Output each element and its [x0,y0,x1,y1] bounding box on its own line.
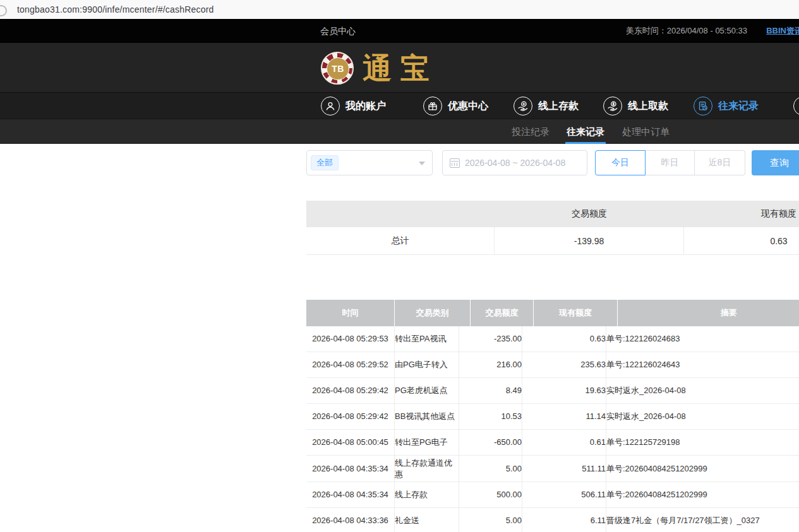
row-4-time: 2026-04-08 05:29:42 [306,404,395,429]
main-nav: 我的账户优惠中心线上存款线上取款往来记录 [0,92,799,119]
nav-item-3[interactable]: 线上存款 [514,93,579,119]
table-row: 2026-04-08 05:29:42BB视讯其他返点10.5311.14实时返… [306,404,799,430]
top-bar: 会员中心 美东时间：2026/04/08 - 05:50:33 BBIN资讯 [0,19,799,43]
eastern-time-label: 美东时间： [626,26,667,35]
content-area: 全部 2026-04-08 ~ 2026-04-08 今日昨日近8日 查询 交易… [306,144,799,532]
row-6-time: 2026-04-08 04:35:34 [306,456,395,482]
chevron-down-icon [419,162,425,165]
row-5-time: 2026-04-08 05:00:45 [306,430,395,455]
member-center-link[interactable]: 会员中心 [320,19,356,43]
row-1-time: 2026-04-08 05:29:53 [306,326,395,352]
brand-bar: TB 通宝 [0,43,799,92]
browser-url-bar[interactable]: tongbao31.com:9900/infe/mcenter/#/cashRe… [0,0,799,20]
row-8-balance: 6.11 [522,508,606,532]
row-3-type: PG老虎机返点 [395,378,459,403]
records-header-row: 时间交易类别交易额度现有额度摘要 [306,300,799,326]
nav-item-4[interactable]: 线上取款 [603,93,668,119]
row-7-balance: 506.11 [522,482,606,507]
url-text: tongbao31.com:9900/infe/mcenter/#/cashRe… [17,4,214,15]
table-row: 2026-04-08 04:33:36礼金送5.006.11晋级逢7礼金（每月7… [306,508,799,532]
summary-header-amount: 交易额度 [495,201,684,227]
summary-total-label: 总计 [306,227,495,254]
summary-header-balance: 现有额度 [684,201,799,227]
logo-text: 通宝 [363,53,438,83]
summary-total-row: 总计 -139.98 0.63 [306,227,799,255]
row-1-note: 单号:122126024683 [606,326,799,352]
row-8-note: 晋级逢7礼金（每月7/17/27领工资）_0327 [606,508,799,532]
nav-item-label: 优惠中心 [448,100,488,113]
row-1-amount: -235.00 [459,326,522,352]
withdraw-icon [603,97,622,115]
nav-item-label: 线上存款 [538,100,579,113]
calendar-icon [450,158,460,168]
next-nav-partial-icon [793,97,799,115]
nav-item-1[interactable]: 我的账户 [321,93,386,119]
filter-row: 全部 2026-04-08 ~ 2026-04-08 今日昨日近8日 查询 [306,150,799,175]
summary-header-row: 交易额度 现有额度 [306,201,799,227]
eastern-time: 美东时间：2026/04/08 - 05:50:33 [626,19,747,43]
browser-page-icon [0,5,7,16]
type-select-tag[interactable]: 全部 [311,155,339,170]
records-header-3: 交易额度 [471,300,534,326]
poker-chip-icon: TB [321,52,354,85]
records-header-2: 交易类别 [395,300,471,326]
records-header-1: 时间 [306,300,395,326]
nav-item-label: 我的账户 [345,100,386,113]
row-3-balance: 19.63 [522,378,606,403]
row-3-amount: 8.49 [459,378,522,403]
row-6-balance: 511.11 [522,456,606,482]
row-7-amount: 500.00 [459,482,522,507]
quick-range-button-1[interactable]: 今日 [595,150,646,175]
subnav-item-3[interactable]: 处理中订单 [622,119,670,144]
search-button[interactable]: 查询 [752,150,799,175]
summary-table: 交易额度 现有额度 总计 -139.98 0.63 [306,201,799,255]
page: tongbao31.com:9900/infe/mcenter/#/cashRe… [0,0,799,532]
records-header-5: 摘要 [618,300,799,326]
quick-range-button-2[interactable]: 昨日 [646,150,695,175]
table-row: 2026-04-08 05:00:45转出至PG电子-650.000.61单号:… [306,430,799,456]
deposit-icon [514,97,532,115]
row-1-balance: 0.63 [522,326,606,352]
nav-item-label: 往来记录 [718,100,759,113]
date-range-value: 2026-04-08 ~ 2026-04-08 [465,158,565,168]
row-7-type: 线上存款 [395,482,459,507]
nav-item-2[interactable]: 优惠中心 [423,93,488,119]
row-5-note: 单号:122125729198 [606,430,799,455]
records-table: 时间交易类别交易额度现有额度摘要2026-04-08 05:29:53转出至PA… [306,300,799,532]
row-6-note: 单号:202604084251202999 [606,456,799,482]
row-3-note: 实时返水_2026-04-08 [606,378,799,403]
table-row: 2026-04-08 04:35:34线上存款500.00506.11单号:20… [306,482,799,508]
row-2-balance: 235.63 [522,352,606,377]
logo[interactable]: TB 通宝 [321,52,438,85]
row-1-type: 转出至PA视讯 [395,326,459,352]
row-4-note: 实时返水_2026-04-08 [606,404,799,429]
row-4-type: BB视讯其他返点 [395,404,459,429]
row-4-balance: 11.14 [522,404,606,429]
row-5-type: 转出至PG电子 [395,430,459,455]
record-icon [694,97,712,115]
nav-item-5[interactable]: 往来记录 [694,93,759,119]
quick-range-button-3[interactable]: 近8日 [695,150,745,175]
summary-header-empty [306,201,495,227]
row-6-type: 线上存款通道优惠 [395,456,459,482]
row-7-note: 单号:202604084251202999 [606,482,799,507]
subnav-item-2[interactable]: 往来记录 [567,119,604,144]
row-3-time: 2026-04-08 05:29:42 [306,378,395,403]
row-2-amount: 216.00 [459,352,522,377]
subnav-item-1[interactable]: 投注纪录 [512,119,550,144]
quick-range-button-group: 今日昨日近8日 [595,150,745,175]
bbin-news-link[interactable]: BBIN资讯 [766,19,799,43]
row-2-time: 2026-04-08 05:29:52 [306,352,395,377]
type-select[interactable]: 全部 [306,150,433,175]
row-8-time: 2026-04-08 04:33:36 [306,508,395,532]
date-range-input[interactable]: 2026-04-08 ~ 2026-04-08 [442,150,587,175]
row-7-time: 2026-04-08 04:35:34 [306,482,395,507]
poker-chip-monogram: TB [327,57,349,80]
row-2-note: 单号:122126024643 [606,352,799,377]
row-8-type: 礼金送 [395,508,459,532]
row-2-type: 由PG电子转入 [395,352,459,377]
row-5-amount: -650.00 [459,430,522,455]
user-icon [321,97,340,115]
row-8-amount: 5.00 [459,508,522,532]
table-row: 2026-04-08 05:29:52由PG电子转入216.00235.63单号… [306,352,799,378]
